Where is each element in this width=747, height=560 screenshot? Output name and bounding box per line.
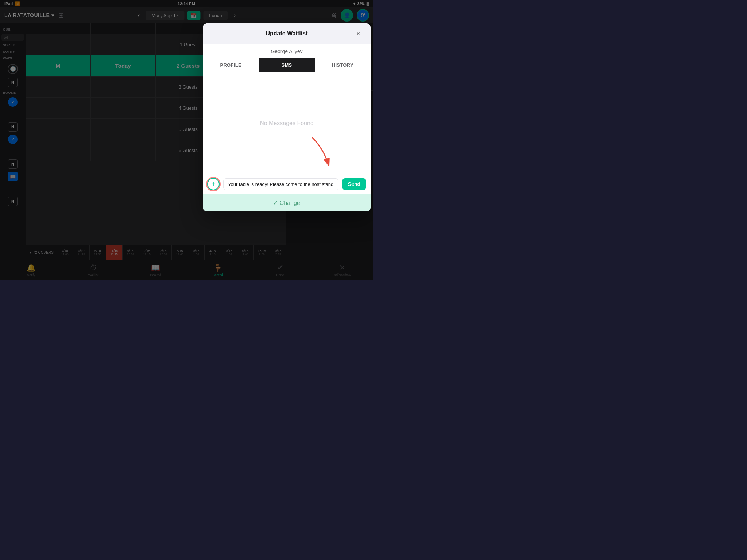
tab-history[interactable]: HISTORY xyxy=(315,58,371,72)
person-name: George Aliyev xyxy=(203,44,371,58)
no-messages-text: No Messages Found xyxy=(260,120,314,127)
modal-title: Update Waitlist xyxy=(220,30,353,37)
tab-profile[interactable]: PROFILE xyxy=(203,58,259,72)
red-arrow-annotation xyxy=(301,134,338,170)
modal-body: George Aliyev PROFILE SMS HISTORY No Mes… xyxy=(203,44,371,194)
modal-header: Update Waitlist × xyxy=(203,23,371,44)
modal-footer[interactable]: ✓ Change xyxy=(203,194,371,211)
tab-sms[interactable]: SMS xyxy=(259,58,314,72)
update-waitlist-modal: Update Waitlist × George Aliyev PROFILE … xyxy=(203,23,371,211)
compose-add-button[interactable]: + xyxy=(207,178,220,190)
modal-close-button[interactable]: × xyxy=(353,28,363,39)
modal-overlay: Update Waitlist × George Aliyev PROFILE … xyxy=(0,0,374,280)
compose-area: + Send xyxy=(203,174,371,194)
modal-tabs: PROFILE SMS HISTORY xyxy=(203,58,371,72)
send-button[interactable]: Send xyxy=(342,178,366,190)
messages-area: No Messages Found xyxy=(203,72,371,174)
change-button[interactable]: ✓ Change xyxy=(273,199,300,206)
compose-input[interactable] xyxy=(223,178,338,190)
